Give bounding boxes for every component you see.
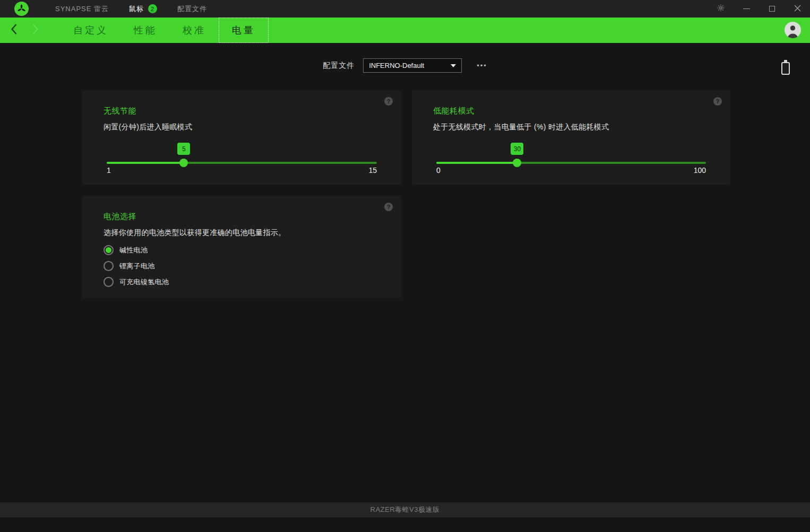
help-icon[interactable]: ? — [384, 203, 393, 211]
card-description: 闲置(分钟)后进入睡眠模式 — [104, 123, 380, 132]
help-icon[interactable]: ? — [713, 97, 722, 106]
profile-row: 配置文件 INFERNO-Default ••• — [0, 43, 810, 73]
radio-icon — [104, 245, 114, 255]
tab-bar: 自定义 性能 校准 电量 — [61, 18, 269, 43]
titlebar: SYNAPSE 雷云 鼠标 2 配置文件 — [0, 0, 810, 18]
tab-performance[interactable]: 性能 — [121, 18, 170, 43]
sleep-timeout-slider[interactable]: 5 1 15 — [107, 143, 377, 173]
card-title: 电池选择 — [104, 212, 380, 222]
tab-calibration[interactable]: 校准 — [170, 18, 219, 43]
card-title: 无线节能 — [104, 106, 380, 116]
mouse-count-badge: 2 — [148, 4, 157, 13]
battery-status-icon — [781, 62, 790, 75]
maximize-button[interactable] — [759, 0, 785, 18]
chevron-right-icon — [32, 23, 39, 37]
slider-fill — [107, 162, 184, 164]
card-title: 低能耗模式 — [433, 106, 709, 116]
radio-label: 可充电镍氢电池 — [119, 277, 169, 287]
slider-value-bubble: 30 — [511, 143, 523, 155]
device-name: RAZER毒蝰V3极速版 — [370, 505, 440, 514]
card-wireless-power-saving: ? 无线节能 闲置(分钟)后进入睡眠模式 5 1 15 — [82, 90, 401, 185]
navbar: 自定义 性能 校准 电量 — [0, 18, 810, 43]
low-power-threshold-slider[interactable]: 30 0 100 — [436, 143, 706, 173]
slider-track[interactable] — [107, 162, 377, 164]
avatar[interactable] — [785, 22, 801, 38]
minimize-button[interactable] — [734, 0, 759, 18]
gear-icon — [717, 4, 725, 14]
radio-option-nimh[interactable]: 可充电镍氢电池 — [104, 277, 380, 287]
slider-max-label: 100 — [694, 166, 706, 175]
card-description: 处于无线模式时，当电量低于 (%) 时进入低能耗模式 — [433, 123, 709, 132]
window-controls — [708, 0, 810, 18]
profile-dropdown-value: INFERNO-Default — [369, 62, 424, 69]
menu-item-label: SYNAPSE 雷云 — [55, 4, 109, 14]
tab-customize[interactable]: 自定义 — [61, 18, 121, 43]
menu-item-mouse[interactable]: 鼠标 2 — [129, 4, 157, 14]
slider-min-label: 1 — [107, 166, 111, 175]
card-battery-selection: ? 电池选择 选择你使用的电池类型以获得更准确的电池电量指示。 碱性电池 锂离子… — [82, 196, 401, 298]
caret-down-icon — [451, 64, 456, 67]
help-icon[interactable]: ? — [384, 97, 393, 106]
slider-range-labels: 0 100 — [436, 166, 706, 175]
close-icon — [794, 4, 801, 14]
radio-option-li-ion[interactable]: 锂离子电池 — [104, 261, 380, 271]
radio-icon — [104, 277, 114, 287]
menu-item-label: 鼠标 — [129, 4, 144, 14]
card-low-power-mode: ? 低能耗模式 处于无线模式时，当电量低于 (%) 时进入低能耗模式 30 0 … — [412, 90, 730, 185]
menu-item-synapse[interactable]: SYNAPSE 雷云 — [55, 4, 109, 14]
radio-label: 碱性电池 — [119, 246, 148, 255]
profile-label: 配置文件 — [323, 61, 355, 71]
slider-max-label: 15 — [368, 166, 377, 175]
slider-track[interactable] — [436, 162, 706, 164]
maximize-icon — [769, 6, 775, 12]
menu-item-profiles[interactable]: 配置文件 — [177, 4, 207, 14]
radio-option-alkaline[interactable]: 碱性电池 — [104, 245, 380, 255]
slider-min-label: 0 — [436, 166, 441, 175]
slider-fill — [436, 162, 517, 164]
profile-dropdown[interactable]: INFERNO-Default — [363, 58, 462, 73]
radio-label: 锂离子电池 — [119, 261, 155, 271]
more-options-button[interactable]: ••• — [477, 62, 487, 69]
radio-icon — [104, 261, 114, 271]
tab-power[interactable]: 电量 — [219, 18, 269, 43]
close-button[interactable] — [785, 0, 810, 18]
razer-logo-icon — [14, 2, 29, 16]
slider-value-bubble: 5 — [177, 143, 190, 155]
settings-button[interactable] — [708, 0, 734, 18]
cards-grid: ? 无线节能 闲置(分钟)后进入睡眠模式 5 1 15 ? 低能耗模式 处于无线… — [82, 90, 730, 298]
back-button[interactable] — [3, 18, 24, 43]
forward-button[interactable] — [24, 18, 46, 43]
chevron-left-icon — [11, 23, 18, 37]
titlebar-menu: SYNAPSE 雷云 鼠标 2 配置文件 — [55, 4, 207, 14]
menu-item-label: 配置文件 — [177, 4, 207, 14]
statusbar: RAZER毒蝰V3极速版 — [0, 502, 810, 517]
content-area: 配置文件 INFERNO-Default ••• ? 无线节能 闲置(分钟)后进… — [0, 43, 810, 517]
minimize-icon — [743, 8, 750, 9]
slider-range-labels: 1 15 — [107, 166, 377, 175]
card-description: 选择你使用的电池类型以获得更准确的电池电量指示。 — [104, 228, 380, 238]
